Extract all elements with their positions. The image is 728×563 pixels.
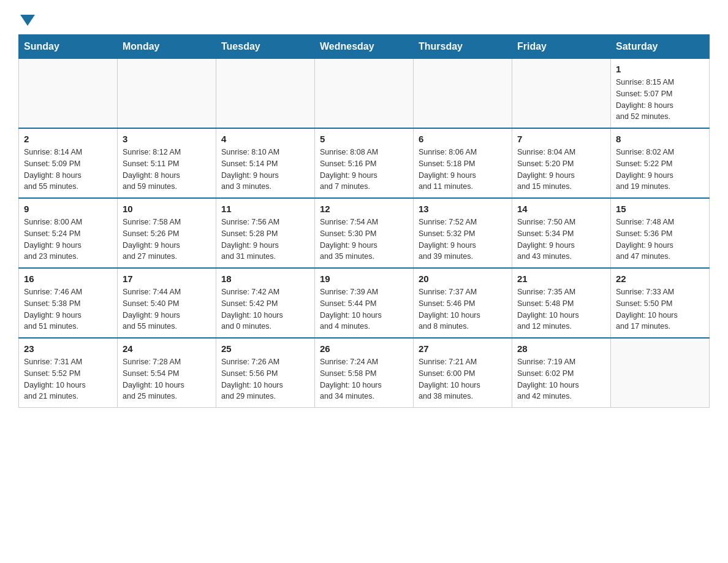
day-number: 12 [320,204,408,214]
day-number: 23 [24,343,112,354]
day-number: 15 [616,204,704,214]
calendar-cell: 8Sunrise: 8:02 AM Sunset: 5:22 PM Daylig… [611,128,710,198]
day-info: Sunrise: 8:06 AM Sunset: 5:18 PM Dayligh… [419,147,507,193]
logo-triangle-icon [20,15,35,26]
calendar-cell: 13Sunrise: 7:52 AM Sunset: 5:32 PM Dayli… [414,198,512,268]
calendar-cell [611,338,710,408]
calendar-cell [315,59,414,129]
day-number: 16 [24,274,112,284]
day-info: Sunrise: 7:52 AM Sunset: 5:32 PM Dayligh… [419,216,507,262]
day-info: Sunrise: 7:33 AM Sunset: 5:50 PM Dayligh… [616,286,704,332]
day-number: 25 [221,343,309,354]
calendar-week-row: 23Sunrise: 7:31 AM Sunset: 5:52 PM Dayli… [19,338,710,408]
calendar-table: SundayMondayTuesdayWednesdayThursdayFrid… [18,34,710,408]
calendar-cell: 2Sunrise: 8:14 AM Sunset: 5:09 PM Daylig… [19,128,118,198]
calendar-week-row: 9Sunrise: 8:00 AM Sunset: 5:24 PM Daylig… [19,198,710,268]
day-info: Sunrise: 7:28 AM Sunset: 5:54 PM Dayligh… [123,356,211,402]
day-number: 27 [419,343,507,354]
day-number: 8 [616,134,704,144]
calendar-cell: 17Sunrise: 7:44 AM Sunset: 5:40 PM Dayli… [118,268,216,338]
calendar-header-row: SundayMondayTuesdayWednesdayThursdayFrid… [19,35,710,59]
day-info: Sunrise: 7:26 AM Sunset: 5:56 PM Dayligh… [221,356,309,402]
day-number: 5 [320,134,408,144]
day-info: Sunrise: 8:00 AM Sunset: 5:24 PM Dayligh… [24,216,112,262]
day-info: Sunrise: 7:19 AM Sunset: 6:02 PM Dayligh… [517,356,605,402]
day-number: 28 [517,343,605,354]
calendar-week-row: 1Sunrise: 8:15 AM Sunset: 5:07 PM Daylig… [19,59,710,129]
calendar-cell: 28Sunrise: 7:19 AM Sunset: 6:02 PM Dayli… [512,338,611,408]
calendar-cell: 15Sunrise: 7:48 AM Sunset: 5:36 PM Dayli… [611,198,710,268]
day-number: 10 [123,204,211,214]
day-number: 14 [517,204,605,214]
day-info: Sunrise: 7:56 AM Sunset: 5:28 PM Dayligh… [221,216,309,262]
day-number: 22 [616,274,704,284]
day-number: 20 [419,274,507,284]
weekday-header-saturday: Saturday [611,35,710,59]
calendar-cell: 24Sunrise: 7:28 AM Sunset: 5:54 PM Dayli… [118,338,216,408]
weekday-header-sunday: Sunday [19,35,118,59]
day-info: Sunrise: 7:21 AM Sunset: 6:00 PM Dayligh… [419,356,507,402]
calendar-cell [512,59,611,129]
calendar-cell: 16Sunrise: 7:46 AM Sunset: 5:38 PM Dayli… [19,268,118,338]
day-number: 4 [221,134,309,144]
day-info: Sunrise: 7:35 AM Sunset: 5:48 PM Dayligh… [517,286,605,332]
day-info: Sunrise: 7:44 AM Sunset: 5:40 PM Dayligh… [123,286,211,332]
weekday-header-monday: Monday [118,35,216,59]
weekday-header-thursday: Thursday [414,35,512,59]
calendar-cell: 11Sunrise: 7:56 AM Sunset: 5:28 PM Dayli… [216,198,315,268]
day-number: 26 [320,343,408,354]
calendar-cell: 25Sunrise: 7:26 AM Sunset: 5:56 PM Dayli… [216,338,315,408]
calendar-cell: 21Sunrise: 7:35 AM Sunset: 5:48 PM Dayli… [512,268,611,338]
calendar-cell: 22Sunrise: 7:33 AM Sunset: 5:50 PM Dayli… [611,268,710,338]
calendar-week-row: 16Sunrise: 7:46 AM Sunset: 5:38 PM Dayli… [19,268,710,338]
weekday-header-tuesday: Tuesday [216,35,315,59]
calendar-cell: 6Sunrise: 8:06 AM Sunset: 5:18 PM Daylig… [414,128,512,198]
day-number: 1 [616,64,704,74]
logo [18,12,35,25]
calendar-cell: 18Sunrise: 7:42 AM Sunset: 5:42 PM Dayli… [216,268,315,338]
day-number: 21 [517,274,605,284]
day-number: 7 [517,134,605,144]
day-info: Sunrise: 8:04 AM Sunset: 5:20 PM Dayligh… [517,147,605,193]
calendar-cell: 14Sunrise: 7:50 AM Sunset: 5:34 PM Dayli… [512,198,611,268]
day-info: Sunrise: 8:02 AM Sunset: 5:22 PM Dayligh… [616,147,704,193]
page-header [18,12,710,25]
day-number: 17 [123,274,211,284]
day-info: Sunrise: 7:37 AM Sunset: 5:46 PM Dayligh… [419,286,507,332]
calendar-cell: 5Sunrise: 8:08 AM Sunset: 5:16 PM Daylig… [315,128,414,198]
calendar-cell [216,59,315,129]
calendar-cell [118,59,216,129]
day-number: 24 [123,343,211,354]
day-info: Sunrise: 7:48 AM Sunset: 5:36 PM Dayligh… [616,216,704,262]
calendar-cell: 27Sunrise: 7:21 AM Sunset: 6:00 PM Dayli… [414,338,512,408]
day-info: Sunrise: 7:50 AM Sunset: 5:34 PM Dayligh… [517,216,605,262]
calendar-cell [19,59,118,129]
day-number: 2 [24,134,112,144]
day-number: 9 [24,204,112,214]
day-number: 11 [221,204,309,214]
day-number: 6 [419,134,507,144]
calendar-week-row: 2Sunrise: 8:14 AM Sunset: 5:09 PM Daylig… [19,128,710,198]
day-info: Sunrise: 7:42 AM Sunset: 5:42 PM Dayligh… [221,286,309,332]
day-info: Sunrise: 7:24 AM Sunset: 5:58 PM Dayligh… [320,356,408,402]
day-info: Sunrise: 8:15 AM Sunset: 5:07 PM Dayligh… [616,77,704,123]
day-number: 13 [419,204,507,214]
day-info: Sunrise: 7:39 AM Sunset: 5:44 PM Dayligh… [320,286,408,332]
day-info: Sunrise: 8:10 AM Sunset: 5:14 PM Dayligh… [221,147,309,193]
day-number: 19 [320,274,408,284]
calendar-cell: 1Sunrise: 8:15 AM Sunset: 5:07 PM Daylig… [611,59,710,129]
day-number: 3 [123,134,211,144]
day-info: Sunrise: 8:08 AM Sunset: 5:16 PM Dayligh… [320,147,408,193]
day-info: Sunrise: 7:46 AM Sunset: 5:38 PM Dayligh… [24,286,112,332]
day-number: 18 [221,274,309,284]
calendar-cell: 19Sunrise: 7:39 AM Sunset: 5:44 PM Dayli… [315,268,414,338]
calendar-cell: 3Sunrise: 8:12 AM Sunset: 5:11 PM Daylig… [118,128,216,198]
calendar-cell: 7Sunrise: 8:04 AM Sunset: 5:20 PM Daylig… [512,128,611,198]
weekday-header-wednesday: Wednesday [315,35,414,59]
calendar-cell: 23Sunrise: 7:31 AM Sunset: 5:52 PM Dayli… [19,338,118,408]
day-info: Sunrise: 7:31 AM Sunset: 5:52 PM Dayligh… [24,356,112,402]
day-info: Sunrise: 8:14 AM Sunset: 5:09 PM Dayligh… [24,147,112,193]
calendar-cell: 26Sunrise: 7:24 AM Sunset: 5:58 PM Dayli… [315,338,414,408]
calendar-cell: 12Sunrise: 7:54 AM Sunset: 5:30 PM Dayli… [315,198,414,268]
calendar-cell: 20Sunrise: 7:37 AM Sunset: 5:46 PM Dayli… [414,268,512,338]
